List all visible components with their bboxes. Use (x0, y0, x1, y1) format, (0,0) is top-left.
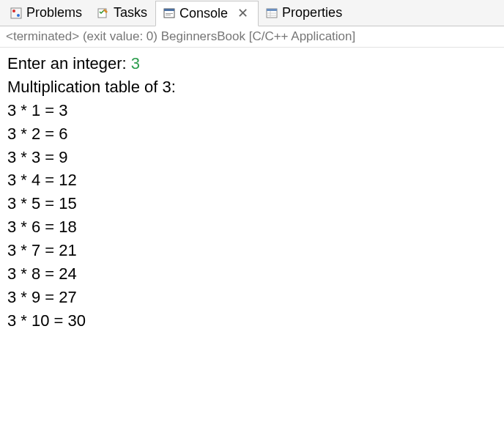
console-line: 3 * 8 = 24 (7, 262, 497, 286)
tab-console[interactable]: Console ✕ (155, 1, 259, 26)
console-status: <terminated> (exit value: 0) BeginnersBo… (0, 26, 504, 48)
tab-problems-label: Problems (26, 5, 82, 21)
svg-point-1 (12, 10, 15, 12)
svg-rect-5 (164, 9, 174, 11)
svg-rect-7 (166, 15, 171, 15)
console-prompt-line: Enter an integer: 3 (7, 52, 497, 75)
console-icon (163, 7, 175, 19)
svg-rect-6 (166, 13, 173, 14)
svg-rect-9 (267, 9, 277, 11)
tab-properties[interactable]: Properties (259, 0, 350, 26)
tab-tasks[interactable]: Tasks (90, 0, 155, 26)
console-line: 3 * 6 = 18 (7, 215, 497, 239)
tab-problems[interactable]: Problems (3, 0, 90, 26)
console-line: 3 * 1 = 3 (7, 99, 497, 122)
console-line: 3 * 9 = 27 (7, 286, 497, 309)
console-line: 3 * 2 = 6 (7, 122, 497, 146)
console-line: 3 * 4 = 12 (7, 169, 497, 192)
console-user-input: 3 (131, 54, 140, 73)
tab-console-label: Console (179, 6, 228, 21)
console-output: Enter an integer: 3 Multiplication table… (0, 48, 504, 337)
console-status-text: <terminated> (exit value: 0) BeginnersBo… (6, 29, 355, 43)
tab-properties-label: Properties (282, 5, 342, 21)
problems-icon (10, 7, 22, 19)
console-line: 3 * 5 = 15 (7, 192, 497, 215)
tab-bar: Problems Tasks Console ✕ Properties (0, 0, 504, 26)
svg-point-2 (17, 14, 20, 17)
tab-tasks-label: Tasks (114, 5, 147, 21)
console-heading: Multiplication table of 3: (7, 75, 497, 99)
tasks-icon (97, 7, 109, 19)
console-line: 3 * 7 = 21 (7, 239, 497, 262)
svg-rect-0 (11, 8, 21, 18)
properties-icon (266, 7, 278, 19)
console-prompt: Enter an integer: (7, 54, 131, 73)
console-line: 3 * 10 = 30 (7, 309, 497, 333)
close-icon[interactable]: ✕ (235, 5, 251, 21)
console-line: 3 * 3 = 9 (7, 146, 497, 169)
